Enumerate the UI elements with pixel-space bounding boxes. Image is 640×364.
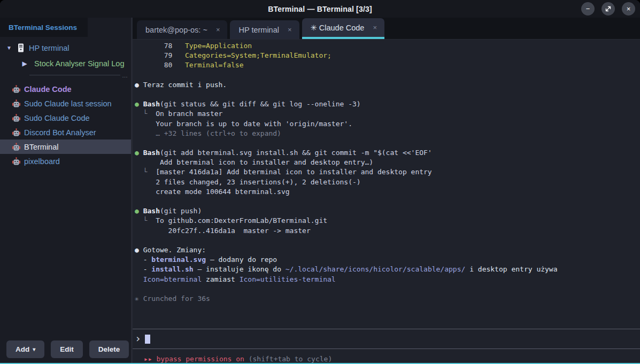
tab-close-icon[interactable]: × xyxy=(372,22,378,33)
terminal-line: … +32 lines (ctrl+o to expand) xyxy=(135,129,637,138)
tab-bartek-pop-os-[interactable]: bartek@pop-os: ~× xyxy=(137,20,227,39)
terminal-line: ● Bash(git add bterminal.svg install.sh … xyxy=(135,148,637,158)
session-label: Claude Code xyxy=(24,85,72,94)
sidebar: BTerminal Sessions ▼ HP terminal ▶ xyxy=(0,18,133,363)
tab-hp-terminal[interactable]: HP terminal× xyxy=(230,20,299,39)
tab-label: HP terminal xyxy=(238,26,279,34)
terminal-line: └ To github.com:DexterFromLab/BTerminal.… xyxy=(135,216,637,226)
session-label: pixelboard xyxy=(24,157,60,166)
terminal-line: 79 Categories=System;TerminalEmulator; xyxy=(135,51,637,60)
minimize-button[interactable]: − xyxy=(581,2,595,16)
session-divider: … xyxy=(29,75,128,75)
robot-icon xyxy=(12,99,21,108)
terminal-line: ● Bash(git status && git diff && git log… xyxy=(135,99,637,109)
tab-label: ✳ Claude Code xyxy=(311,24,365,32)
window-controls: − × xyxy=(581,2,635,16)
terminal-line: Icon=bterminal zamiast Icon=utilities-te… xyxy=(135,275,637,284)
close-button[interactable]: × xyxy=(622,2,635,16)
terminal-line xyxy=(135,197,637,206)
terminal-line xyxy=(135,236,637,245)
sidebar-buttons: Add▾ Edit Delete xyxy=(0,340,131,363)
terminal-view[interactable]: 78 Type=Application 79 Categories=System… xyxy=(133,40,640,363)
sessions-header-tab[interactable]: BTerminal Sessions xyxy=(0,18,88,37)
play-icon[interactable]: ▶ xyxy=(20,60,29,67)
session-item-discord-bot-analyser[interactable]: Discord Bot Analyser xyxy=(0,125,131,140)
prompt-chevron-icon: › xyxy=(135,333,141,344)
terminal-line: ● Teraz commit i push. xyxy=(135,80,637,90)
terminal-line: Add bterminal icon to installer and desk… xyxy=(135,158,637,167)
terminal-line: 80 Terminal=false xyxy=(135,60,637,70)
terminal-line: ✳ Crunched for 36s xyxy=(135,294,637,304)
robot-icon xyxy=(12,157,21,166)
sessions-header: BTerminal Sessions xyxy=(0,18,131,37)
robot-icon xyxy=(12,85,21,94)
terminal-line: └ On branch master xyxy=(135,109,637,119)
tab-close-icon[interactable]: × xyxy=(215,25,221,35)
session-label: Sudo Claude Code xyxy=(24,114,90,122)
tab--claude-code[interactable]: ✳ Claude Code× xyxy=(302,18,384,39)
terminal-line xyxy=(135,138,637,148)
session-item-claude-code[interactable]: Claude Code xyxy=(0,82,131,96)
terminal-line xyxy=(135,90,637,99)
computer-icon xyxy=(18,43,24,52)
session-list: Claude CodeSudo Claude last sessionSudo … xyxy=(0,82,131,168)
dropdown-arrow-icon: ▾ xyxy=(33,346,35,352)
window-title: BTerminal — BTerminal [3/3] xyxy=(268,5,372,13)
session-tree: ▼ HP terminal ▶ Stock Analyser Signal Lo… xyxy=(0,37,131,71)
expander-down-icon[interactable]: ▼ xyxy=(4,45,14,51)
sessions-header-label: BTerminal Sessions xyxy=(9,24,77,32)
delete-button[interactable]: Delete xyxy=(89,340,129,358)
terminal-line: ● Bash(git push) xyxy=(135,206,637,216)
tab-close-icon[interactable]: × xyxy=(287,25,293,35)
terminal-line: create mode 100644 bterminal.svg xyxy=(135,187,637,197)
terminal-output: 78 Type=Application 79 Categories=System… xyxy=(133,40,640,304)
session-item-bterminal[interactable]: BTerminal xyxy=(0,140,131,154)
terminal-line: - bterminal.svg — dodany do repo xyxy=(135,255,637,265)
prompt-area: › ▸▸ bypass permissions on (shift+tab to… xyxy=(133,329,640,363)
terminal-line: 78 Type=Application xyxy=(135,41,637,51)
bypass-status-line: ▸▸ bypass permissions on (shift+tab to c… xyxy=(133,349,640,363)
divider-line xyxy=(29,75,120,75)
session-item-sudo-claude-last-session[interactable]: Sudo Claude last session xyxy=(0,96,131,111)
robot-icon xyxy=(12,128,21,137)
tree-item-label: HP terminal xyxy=(29,44,69,52)
session-label: BTerminal xyxy=(24,143,58,151)
tab-label: bartek@pop-os: ~ xyxy=(145,26,207,34)
tree-item-label: Stock Analyser Signal Log xyxy=(34,59,124,68)
maximize-icon xyxy=(605,6,611,12)
terminal-line: ● Gotowe. Zmiany: xyxy=(135,245,637,255)
edit-button[interactable]: Edit xyxy=(51,340,83,358)
terminal-line: 2 files changed, 23 insertions(+), 2 del… xyxy=(135,177,637,187)
terminal-line: └ [master 416da1a] Add bterminal icon to… xyxy=(135,167,637,177)
prompt-input-row[interactable]: › xyxy=(133,329,640,348)
session-label: Discord Bot Analyser xyxy=(24,128,96,137)
session-item-sudo-claude-code[interactable]: Sudo Claude Code xyxy=(0,111,131,125)
terminal-line: 20fc27f..416da1a master -> master xyxy=(135,226,637,236)
add-button-label: Add xyxy=(16,345,29,353)
tree-item-stock-analyser-log[interactable]: ▶ Stock Analyser Signal Log xyxy=(0,56,131,71)
session-label: Sudo Claude last session xyxy=(24,99,112,108)
terminal-line xyxy=(135,284,637,294)
terminal-line: - install.sh — instaluje ikonę do ~/.loc… xyxy=(135,265,637,274)
robot-icon xyxy=(12,114,21,122)
add-button[interactable]: Add▾ xyxy=(6,340,44,358)
titlebar: BTerminal — BTerminal [3/3] − × xyxy=(0,0,640,18)
terminal-line: Your branch is up to date with 'origin/m… xyxy=(135,119,637,129)
main-area: bartek@pop-os: ~×HP terminal×✳ Claude Co… xyxy=(133,18,640,363)
tab-bar: bartek@pop-os: ~×HP terminal×✳ Claude Co… xyxy=(133,18,640,40)
terminal-cursor xyxy=(145,335,150,344)
robot-icon xyxy=(12,143,21,151)
session-item-pixelboard[interactable]: pixelboard xyxy=(0,154,131,168)
tree-item-hp-terminal[interactable]: ▼ HP terminal xyxy=(0,40,131,56)
maximize-button[interactable] xyxy=(602,2,615,16)
bterminal-window: BTerminal — BTerminal [3/3] − × BTermina… xyxy=(0,0,640,364)
terminal-line xyxy=(135,71,637,80)
